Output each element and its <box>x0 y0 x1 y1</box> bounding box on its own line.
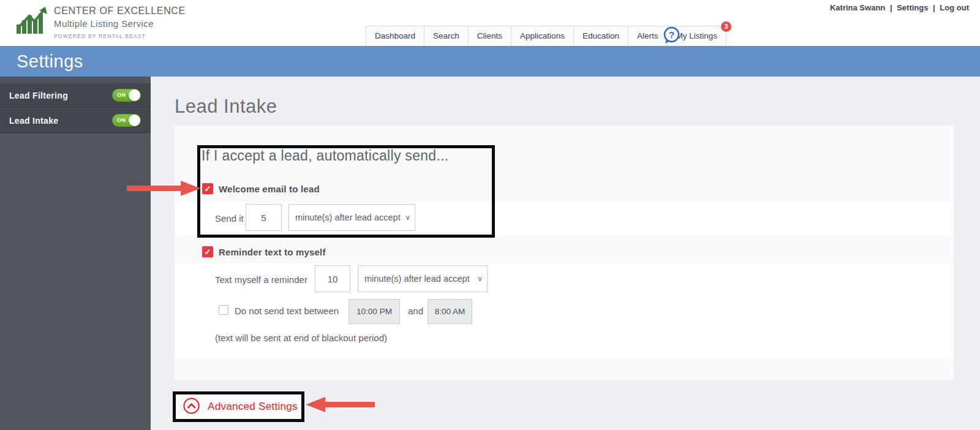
checkmark-icon: ✓ <box>205 247 211 257</box>
nav-alerts[interactable]: Alerts <box>628 26 667 46</box>
settings-link[interactable]: Settings <box>897 3 928 12</box>
checkmark-icon: ✓ <box>205 184 211 194</box>
lead-intake-panel: If I accept a lead, automatically send..… <box>175 126 954 380</box>
blackout-start-time[interactable]: 10:00 PM <box>349 299 400 324</box>
nav-dashboard[interactable]: Dashboard <box>366 26 424 46</box>
toggle-knob <box>129 89 140 101</box>
divider: | <box>933 3 935 12</box>
sidebar-item-lead-intake[interactable]: Lead Intake ON <box>0 108 151 133</box>
chevron-down-icon: ∨ <box>477 274 483 283</box>
sidebar-item-lead-filtering[interactable]: Lead Filtering ON <box>0 83 151 108</box>
reminder-text-label: Reminder text to myself <box>219 247 326 257</box>
page-title: Settings <box>17 51 83 72</box>
brand-logo[interactable]: CENTER OF EXCELLENCE Multiple Listing Se… <box>16 6 186 39</box>
settings-sidebar: Lead Filtering ON Lead Intake ON <box>0 77 151 430</box>
blackout-checkbox[interactable] <box>219 305 228 315</box>
app-header: CENTER OF EXCELLENCE Multiple Listing Se… <box>0 0 980 46</box>
welcome-delay-input[interactable] <box>246 204 282 231</box>
chevron-up-circle-icon <box>183 397 200 417</box>
alerts-count-badge: 3 <box>721 21 731 32</box>
reminder-text-checkbox[interactable]: ✓ <box>202 246 213 257</box>
logo-chart-icon <box>16 6 48 39</box>
brand-line1: CENTER OF EXCELLENCE <box>54 6 186 17</box>
send-it-label: Send it <box>215 213 244 224</box>
lead-filtering-toggle[interactable]: ON <box>112 89 141 102</box>
advanced-settings-button[interactable]: Advanced Settings <box>173 391 304 422</box>
lead-intake-toggle[interactable]: ON <box>112 114 141 127</box>
welcome-email-label: Welcome email to lead <box>219 184 320 194</box>
reminder-delay-input[interactable] <box>315 265 350 292</box>
welcome-email-checkbox[interactable]: ✓ <box>202 183 213 194</box>
user-name: Katrina Swann <box>830 3 885 12</box>
nav-applications[interactable]: Applications <box>511 26 573 46</box>
brand-line2: Multiple Listing Service <box>54 18 186 29</box>
toggle-knob <box>129 115 140 126</box>
welcome-delay-unit-select[interactable]: minute(s) after lead accepted ∨ <box>288 204 415 231</box>
logout-link[interactable]: Log out <box>940 3 969 12</box>
user-menu: Katrina Swann | Settings | Log out <box>829 3 970 12</box>
nav-education[interactable]: Education <box>573 26 628 46</box>
reminder-delay-unit-select[interactable]: minute(s) after lead accepted ∨ <box>358 265 488 292</box>
chevron-down-icon: ∨ <box>405 213 410 222</box>
page-banner: Settings <box>0 46 980 77</box>
nav-search[interactable]: Search <box>424 26 468 46</box>
svg-text:?: ? <box>669 29 674 40</box>
text-myself-label: Text myself a reminder <box>215 274 307 285</box>
blackout-end-time[interactable]: 8:00 AM <box>428 299 472 324</box>
help-icon[interactable]: ? <box>663 26 680 44</box>
nav-clients[interactable]: Clients <box>468 26 511 46</box>
blackout-note: (text will be sent at end of blackout pe… <box>215 333 387 343</box>
advanced-settings-label: Advanced Settings <box>208 401 298 413</box>
brand-tagline: POWERED BY RENTAL BEAST <box>54 33 186 39</box>
section-heading: Lead Intake <box>175 96 277 118</box>
blackout-label: Do not send text between <box>235 306 339 316</box>
main-content: Lead Intake If I accept a lead, automati… <box>151 77 980 430</box>
blackout-conjunction: and <box>408 306 423 316</box>
divider: | <box>890 3 892 12</box>
accept-lead-title: If I accept a lead, automatically send..… <box>202 148 449 164</box>
